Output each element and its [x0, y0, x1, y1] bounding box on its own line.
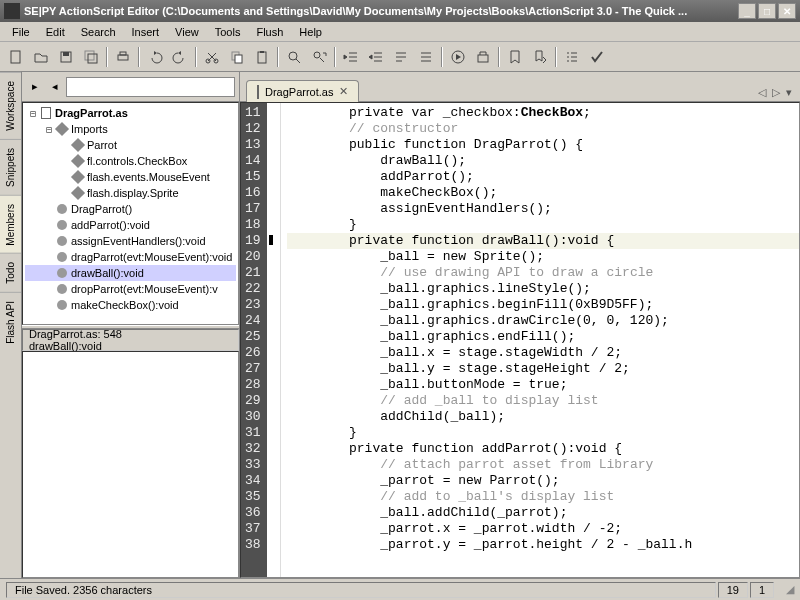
new-file-button[interactable] [4, 45, 28, 69]
tree-item-label: drawBall():void [71, 267, 144, 279]
svg-rect-0 [11, 51, 20, 63]
menu-search[interactable]: Search [73, 24, 124, 40]
svg-line-14 [296, 59, 300, 63]
svg-rect-2 [63, 52, 69, 56]
marker-strip [267, 103, 281, 577]
code-area[interactable]: private var _checkbox:CheckBox; // const… [281, 103, 799, 577]
editor-pane: DragParrot.as ✕ ◁ ▷ ▾ 111213141516171819… [240, 72, 800, 578]
comment-button[interactable] [389, 45, 413, 69]
tree-item-label: flash.display.Sprite [87, 187, 179, 199]
side-tabs: WorkspaceSnippetsMembersTodoFlash API [0, 72, 22, 578]
menu-tools[interactable]: Tools [207, 24, 249, 40]
open-button[interactable] [29, 45, 53, 69]
indent-left-button[interactable] [339, 45, 363, 69]
app-icon [4, 3, 20, 19]
member-search-bar: ▸ ◂ [22, 72, 239, 102]
svg-rect-11 [258, 52, 266, 63]
toggle-list-button[interactable] [560, 45, 584, 69]
tree-expander-icon[interactable]: ⊟ [27, 108, 39, 119]
sidetab-members[interactable]: Members [0, 195, 21, 254]
sidetab-todo[interactable]: Todo [0, 253, 21, 292]
undo-button[interactable] [143, 45, 167, 69]
print-button[interactable] [111, 45, 135, 69]
copy-button[interactable] [225, 45, 249, 69]
svg-rect-17 [478, 55, 488, 62]
line-gutter: 1112131415161718192021222324252627282930… [241, 103, 267, 577]
detail-panel [22, 351, 239, 578]
bookmark-next-button[interactable] [528, 45, 552, 69]
tab-label: DragParrot.as [265, 86, 333, 98]
build-button[interactable] [471, 45, 495, 69]
tree-item[interactable]: assignEventHandlers():void [25, 233, 236, 249]
package-icon [71, 186, 85, 200]
tree-item[interactable]: fl.controls.CheckBox [25, 153, 236, 169]
member-search-input[interactable] [66, 77, 235, 97]
run-button[interactable] [446, 45, 470, 69]
tab-bar: DragParrot.as ✕ ◁ ▷ ▾ [240, 72, 800, 102]
save-button[interactable] [54, 45, 78, 69]
expand-arrow-icon[interactable]: ▸ [26, 78, 44, 96]
tree-item[interactable]: flash.display.Sprite [25, 185, 236, 201]
uncomment-button[interactable] [414, 45, 438, 69]
sidetab-flash-api[interactable]: Flash API [0, 292, 21, 352]
tree-item-label: assignEventHandlers():void [71, 235, 206, 247]
tree-item-label: fl.controls.CheckBox [87, 155, 187, 167]
tab-prev-icon[interactable]: ◁ [756, 84, 768, 101]
tree-item[interactable]: dropParrot(evt:MouseEvent):v [25, 281, 236, 297]
svg-rect-12 [260, 51, 264, 53]
paste-button[interactable] [250, 45, 274, 69]
svg-rect-4 [88, 54, 97, 63]
outline-tree[interactable]: ⊟DragParrot.as⊟ImportsParrotfl.controls.… [22, 102, 239, 325]
left-pane: ▸ ◂ ⊟DragParrot.as⊟ImportsParrotfl.contr… [22, 72, 240, 578]
method-icon [55, 250, 69, 264]
svg-rect-6 [120, 52, 126, 55]
cut-button[interactable] [200, 45, 224, 69]
check-button[interactable] [585, 45, 609, 69]
tree-item[interactable]: DragParrot() [25, 201, 236, 217]
indent-right-button[interactable] [364, 45, 388, 69]
tab-dragparrot[interactable]: DragParrot.as ✕ [246, 80, 359, 102]
status-col: 1 [750, 582, 774, 598]
sidetab-workspace[interactable]: Workspace [0, 72, 21, 139]
redo-button[interactable] [168, 45, 192, 69]
minimize-button[interactable]: _ [738, 3, 756, 19]
window-title: SE|PY ActionScript Editor (C:\Documents … [24, 5, 738, 17]
menu-view[interactable]: View [167, 24, 207, 40]
tree-item[interactable]: flash.events.MouseEvent [25, 169, 236, 185]
caret-mark [269, 235, 273, 245]
titlebar[interactable]: SE|PY ActionScript Editor (C:\Documents … [0, 0, 800, 22]
tree-item[interactable]: Parrot [25, 137, 236, 153]
location-file-line: DragParrot.as: 548 [29, 328, 232, 340]
filter-icon[interactable]: ◂ [46, 78, 64, 96]
tab-next-icon[interactable]: ▷ [770, 84, 782, 101]
code-editor[interactable]: 1112131415161718192021222324252627282930… [240, 102, 800, 578]
tree-item[interactable]: makeCheckBox():void [25, 297, 236, 313]
tab-nav: ◁ ▷ ▾ [756, 84, 794, 101]
tree-item-label: makeCheckBox():void [71, 299, 179, 311]
menu-help[interactable]: Help [291, 24, 330, 40]
tab-close-icon[interactable]: ✕ [339, 85, 348, 98]
menu-flush[interactable]: Flush [248, 24, 291, 40]
resize-grip-icon[interactable]: ◢ [776, 583, 794, 596]
tab-list-icon[interactable]: ▾ [784, 84, 794, 101]
menu-insert[interactable]: Insert [124, 24, 168, 40]
tree-item[interactable]: dragParrot(evt:MouseEvent):void [25, 249, 236, 265]
sidetab-snippets[interactable]: Snippets [0, 139, 21, 195]
menu-edit[interactable]: Edit [38, 24, 73, 40]
maximize-button[interactable]: □ [758, 3, 776, 19]
tree-item[interactable]: ⊟Imports [25, 121, 236, 137]
save-all-button[interactable] [79, 45, 103, 69]
close-button[interactable]: ✕ [778, 3, 796, 19]
package-icon [55, 122, 69, 136]
tree-item[interactable]: ⊟DragParrot.as [25, 105, 236, 121]
tree-item[interactable]: addParrot():void [25, 217, 236, 233]
menu-file[interactable]: File [4, 24, 38, 40]
bookmark-button[interactable] [503, 45, 527, 69]
file-icon [257, 86, 259, 98]
statusbar: File Saved. 2356 characters 19 1 ◢ [0, 578, 800, 600]
find-button[interactable] [282, 45, 306, 69]
tree-item[interactable]: drawBall():void [25, 265, 236, 281]
replace-button[interactable] [307, 45, 331, 69]
tree-item-label: DragParrot.as [55, 107, 128, 119]
tree-expander-icon[interactable]: ⊟ [43, 124, 55, 135]
